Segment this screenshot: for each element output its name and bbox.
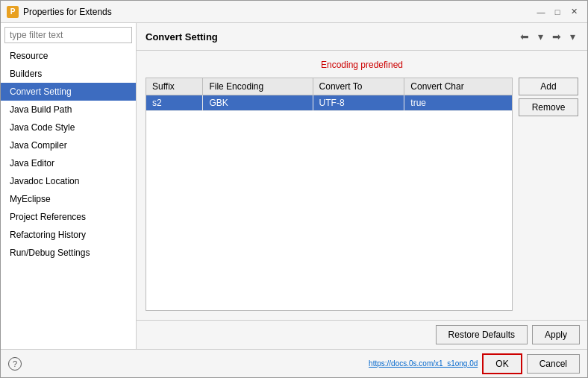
sidebar-item-builders[interactable]: Builders (1, 65, 136, 83)
help-button[interactable]: ? (8, 357, 22, 371)
sidebar-item-refactoring-history[interactable]: Refactoring History (1, 226, 136, 244)
add-button[interactable]: Add (519, 78, 578, 95)
minimize-button[interactable]: — (534, 5, 548, 19)
col-convert-to: Convert To (313, 78, 404, 95)
forward-arrow-button[interactable]: ➡ (549, 29, 564, 44)
encoding-header: Encoding predefined (146, 60, 578, 70)
forward-dropdown-button[interactable]: ▾ (567, 29, 578, 44)
table-container: Suffix File Encoding Convert To Convert … (146, 78, 578, 311)
search-input[interactable] (4, 27, 132, 43)
sidebar-item-javadoc-location[interactable]: Javadoc Location (1, 172, 136, 190)
sidebar-item-project-references[interactable]: Project References (1, 208, 136, 226)
back-arrow-button[interactable]: ⬅ (517, 29, 532, 44)
sidebar-item-convert-setting[interactable]: Convert Setting (1, 83, 136, 101)
close-button[interactable]: ✕ (566, 5, 581, 19)
col-file-encoding: File Encoding (203, 78, 313, 95)
right-panel: Convert Setting ⬅ ▾ ➡ ▾ Encoding predefi… (137, 23, 587, 349)
restore-defaults-button[interactable]: Restore Defaults (436, 325, 528, 344)
cancel-button[interactable]: Cancel (527, 354, 580, 374)
data-table-wrapper: Suffix File Encoding Convert To Convert … (146, 78, 513, 311)
sidebar-item-myeclipse[interactable]: MyEclipse (1, 190, 136, 208)
properties-window: P Properties for Extends — □ ✕ Resource … (0, 0, 588, 378)
col-suffix: Suffix (146, 78, 203, 95)
table-action-buttons: Add Remove (519, 78, 578, 311)
panel-nav-buttons: ⬅ ▾ ➡ ▾ (517, 29, 578, 44)
cell-convert-to: UTF-8 (313, 95, 404, 111)
panel-header: Convert Setting ⬅ ▾ ➡ ▾ (137, 23, 587, 51)
title-buttons: — □ ✕ (534, 5, 581, 19)
apply-button[interactable]: Apply (532, 325, 580, 344)
sidebar-item-java-compiler[interactable]: Java Compiler (1, 136, 136, 154)
ok-button[interactable]: OK (482, 353, 522, 374)
bottom-bar: Restore Defaults Apply (137, 320, 587, 349)
dropdown-arrow-button[interactable]: ▾ (535, 29, 546, 44)
footer-left: ? (8, 357, 22, 371)
cell-file-encoding: GBK (203, 95, 313, 111)
sidebar-item-resource[interactable]: Resource (1, 47, 136, 65)
panel-title: Convert Setting (146, 31, 218, 42)
remove-button[interactable]: Remove (519, 98, 578, 116)
sidebar: Resource Builders Convert Setting Java B… (1, 23, 137, 349)
main-content: Resource Builders Convert Setting Java B… (1, 23, 587, 349)
cell-suffix: s2 (146, 95, 203, 111)
sidebar-item-java-build-path[interactable]: Java Build Path (1, 101, 136, 119)
window-icon: P (7, 6, 19, 18)
window-title: Properties for Extends (23, 7, 112, 17)
title-bar: P Properties for Extends — □ ✕ (1, 1, 587, 23)
footer: ? https://docs.0s.com/x1_s1ong.0d OK Can… (1, 349, 587, 377)
footer-link[interactable]: https://docs.0s.com/x1_s1ong.0d (369, 359, 478, 368)
data-table: Suffix File Encoding Convert To Convert … (146, 78, 512, 111)
title-bar-left: P Properties for Extends (7, 6, 112, 18)
cell-convert-char: true (404, 95, 512, 111)
maximize-button[interactable]: □ (550, 5, 565, 19)
sidebar-item-java-code-style[interactable]: Java Code Style (1, 119, 136, 136)
footer-right: https://docs.0s.com/x1_s1ong.0d OK Cance… (369, 353, 580, 374)
sidebar-item-java-editor[interactable]: Java Editor (1, 154, 136, 172)
sidebar-item-run-debug-settings[interactable]: Run/Debug Settings (1, 244, 136, 262)
panel-body: Encoding predefined Suffix File Encoding… (137, 51, 587, 320)
table-row[interactable]: s2 GBK UTF-8 true (146, 95, 512, 111)
col-convert-char: Convert Char (404, 78, 512, 95)
